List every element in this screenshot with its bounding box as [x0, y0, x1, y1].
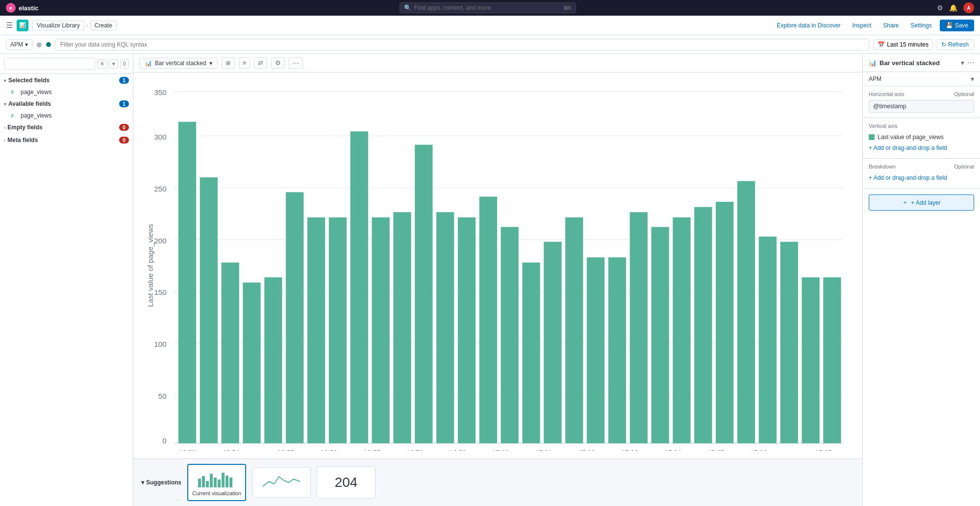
more-options-button[interactable]: ⋯	[967, 59, 974, 67]
current-visualization-card[interactable]: Current visualization	[187, 464, 246, 501]
svg-text:16:58: 16:58	[406, 449, 423, 451]
bar-16[interactable]	[501, 227, 519, 443]
bar-13[interactable]	[436, 212, 454, 443]
bar-26[interactable]	[716, 202, 733, 443]
kql-input[interactable]	[55, 39, 869, 50]
bar-3[interactable]	[222, 263, 239, 443]
right-panel-title: Bar vertical stacked	[879, 59, 958, 67]
bar-9[interactable]	[351, 131, 368, 443]
bar-19[interactable]	[565, 217, 583, 443]
bar-12[interactable]	[415, 145, 432, 443]
visualize-library-breadcrumb[interactable]: Visualize Library	[32, 21, 84, 30]
refresh-button[interactable]: ↻ Refresh	[936, 39, 974, 50]
share-button[interactable]: Share	[879, 20, 903, 31]
bar-31[interactable]	[823, 277, 841, 443]
clear-search-button[interactable]: ✕	[97, 59, 107, 69]
empty-fields-chevron: ›	[4, 125, 5, 130]
bar-4[interactable]	[243, 283, 260, 443]
selected-fields-section[interactable]: ▾ Selected fields 1	[0, 74, 133, 87]
bar-11[interactable]	[393, 212, 411, 443]
selected-fields-chevron: ▾	[4, 78, 6, 83]
collapse-right-panel-button[interactable]: ▾	[961, 59, 964, 67]
available-fields-chevron: ▾	[4, 101, 6, 107]
bar-24[interactable]	[673, 217, 690, 443]
right-panel-header: 📊 Bar vertical stacked ▾ ⋯	[863, 54, 980, 72]
bar-21[interactable]	[608, 257, 626, 443]
source-dropdown-button[interactable]: ▾	[971, 75, 974, 83]
vertical-axis-field: Last value of page_views	[869, 132, 974, 143]
bar-10[interactable]	[372, 217, 389, 443]
save-icon: 💾	[946, 22, 953, 29]
available-fields-section[interactable]: ▾ Available fields 1	[0, 97, 133, 110]
explore-data-button[interactable]: Explore data in Discover	[773, 20, 844, 31]
field-search-input[interactable]: page_v	[4, 58, 95, 70]
settings-nav-icon[interactable]: ⚙	[937, 4, 943, 12]
list-toolbar-button[interactable]: ≡	[239, 57, 251, 69]
empty-fields-section[interactable]: › Empty fields 0	[0, 121, 133, 134]
field-type-icon: #	[11, 89, 18, 95]
apm-label: APM	[10, 41, 23, 48]
bar-5[interactable]	[264, 277, 282, 443]
bar-1[interactable]	[178, 122, 196, 443]
elastic-logo[interactable]: e elastic	[6, 3, 38, 13]
svg-text:Last value of page_views: Last value of page_views	[146, 224, 154, 307]
bar-22[interactable]	[630, 212, 648, 443]
add-vertical-field-button[interactable]: + Add or drag-and-drop a field	[869, 143, 974, 153]
create-breadcrumb[interactable]: Create	[90, 21, 117, 30]
bar-6[interactable]	[286, 192, 303, 443]
bar-15[interactable]	[479, 196, 497, 443]
bar-7[interactable]	[307, 217, 325, 443]
global-search-input[interactable]	[414, 4, 560, 11]
axis-field-color-indicator	[869, 134, 875, 140]
field-search-icons: ✕ ▾ 0	[97, 59, 129, 69]
sort-field-button[interactable]: 0	[120, 59, 129, 69]
bar-20[interactable]	[587, 257, 604, 443]
swap-toolbar-button[interactable]: ⇄	[254, 57, 267, 69]
svg-text:100: 100	[154, 340, 166, 348]
bar-8[interactable]	[329, 217, 347, 443]
svg-text:17:00: 17:00	[493, 449, 509, 451]
available-fields-count: 1	[119, 100, 129, 107]
apm-dropdown[interactable]: APM ▾	[6, 39, 32, 50]
filter-icon[interactable]: ⊕	[36, 41, 42, 48]
meta-fields-title: Meta fields	[7, 137, 119, 144]
filter-bar: APM ▾ ⊕ 📅 Last 15 minutes ↻ Refresh	[0, 35, 980, 54]
current-viz-label: Current visualization	[192, 490, 241, 496]
settings-toolbar-button[interactable]: ⚙	[271, 57, 285, 69]
meta-fields-section[interactable]: › Meta fields 0	[0, 134, 133, 146]
notifications-icon[interactable]: 🔔	[949, 4, 957, 12]
bar-29[interactable]	[780, 242, 798, 443]
app-icon: 📊	[17, 20, 28, 31]
filter-toolbar-button[interactable]: ⊕	[222, 57, 235, 69]
more-toolbar-button[interactable]: ⋯	[289, 57, 303, 69]
bar-2[interactable]	[200, 177, 218, 443]
bar-14[interactable]	[458, 217, 476, 443]
selected-field-page-views[interactable]: # page_views	[0, 87, 133, 97]
field-search-area: page_v ✕ ▾ 0	[0, 54, 133, 74]
number-suggestion[interactable]: 204	[317, 466, 376, 499]
user-avatar[interactable]: A	[963, 2, 974, 13]
field-name-page-views-selected: page_views	[21, 89, 51, 96]
available-field-page-views[interactable]: # page_views	[0, 110, 133, 121]
add-layer-button[interactable]: ＋ + Add layer	[869, 194, 974, 211]
filter-field-button[interactable]: ▾	[109, 59, 118, 69]
bar-23[interactable]	[651, 227, 669, 443]
chart-toolbar: 📊 Bar vertical stacked ▾ ⊕ ≡ ⇄ ⚙ ⋯	[133, 54, 862, 72]
bar-30[interactable]	[802, 277, 819, 443]
bar-27[interactable]	[737, 181, 755, 443]
line-chart-suggestion[interactable]	[252, 467, 311, 498]
settings-button[interactable]: Settings	[906, 20, 935, 31]
bar-17[interactable]	[522, 263, 540, 443]
global-search-bar[interactable]: 🔍 ⌘K	[400, 2, 576, 13]
horizontal-axis-value[interactable]: @timestamp	[869, 100, 974, 113]
inspect-button[interactable]: Inspect	[849, 20, 876, 31]
save-button[interactable]: 💾 Save	[940, 20, 974, 31]
hamburger-menu[interactable]: ☰	[6, 21, 13, 30]
time-range-button[interactable]: 📅 Last 15 minutes	[873, 39, 933, 50]
add-breakdown-field-button[interactable]: + Add or drag-and-drop a field	[869, 172, 974, 183]
bar-18[interactable]	[544, 242, 561, 443]
suggestions-panel: ▾ Suggestions Current visualization	[133, 458, 862, 506]
bar-25[interactable]	[694, 207, 712, 443]
chart-type-button[interactable]: 📊 Bar vertical stacked ▾	[139, 58, 218, 69]
bar-28[interactable]	[759, 237, 777, 443]
